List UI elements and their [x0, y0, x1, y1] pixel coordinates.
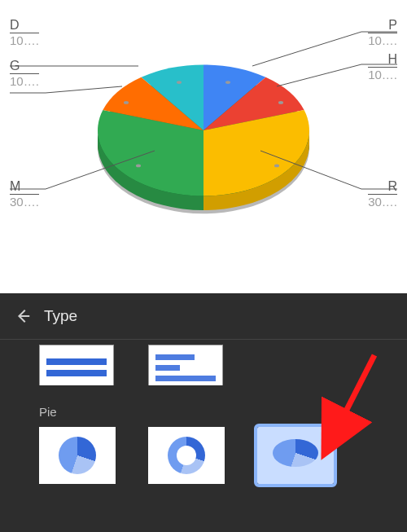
svg-point-6 [124, 101, 129, 104]
slice-label-D: D 10…. [10, 18, 39, 49]
slice-label-H: H 10…. [368, 52, 397, 83]
chart-type-bar-grouped[interactable] [148, 345, 223, 385]
slice-value: 10…. [10, 74, 39, 88]
pie-3d-icon [273, 439, 318, 472]
pie-icon [59, 437, 96, 474]
slice-letter: H [368, 52, 397, 68]
section-label-pie: Pie [0, 385, 407, 427]
slice-letter: D [10, 18, 39, 33]
chart-type-pie-3d[interactable] [257, 427, 334, 484]
arrow-left-icon [14, 307, 32, 325]
slice-label-R: R 30…. [368, 179, 397, 210]
slice-letter: R [368, 179, 397, 195]
svg-point-2 [225, 81, 230, 84]
slice-letter: M [10, 179, 39, 195]
slice-label-M: M 30…. [10, 179, 39, 210]
svg-point-5 [136, 165, 141, 168]
panel-header: Type [0, 293, 407, 340]
slice-value: 30…. [368, 195, 397, 209]
pie-chart-3d [90, 16, 317, 244]
slice-label-P: P 10…. [368, 18, 397, 49]
chart-preview-area: D 10…. G 10…. M 30…. P 10…. H 10…. R 30…… [0, 0, 407, 293]
slice-label-G: G 10…. [10, 59, 39, 90]
svg-point-7 [177, 81, 182, 84]
slice-value: 10…. [10, 33, 39, 47]
chart-type-pie-donut[interactable] [148, 427, 225, 484]
chart-type-panel: Type Pie [0, 293, 407, 532]
slice-value: 10…. [368, 33, 397, 47]
chart-type-pie-flat[interactable] [39, 427, 116, 484]
slice-letter: P [368, 18, 397, 33]
slice-value: 30…. [10, 195, 39, 209]
chart-type-row-bar [0, 340, 407, 385]
svg-point-4 [274, 165, 279, 168]
chart-type-row-pie [0, 427, 407, 484]
slice-value: 10…. [368, 68, 397, 81]
svg-point-3 [278, 101, 283, 104]
pie-svg [90, 16, 317, 244]
slice-letter: G [10, 59, 39, 74]
panel-title: Type [44, 307, 77, 325]
back-button[interactable] [7, 300, 39, 332]
chart-type-bar-100[interactable] [39, 345, 114, 385]
donut-icon [168, 437, 205, 474]
